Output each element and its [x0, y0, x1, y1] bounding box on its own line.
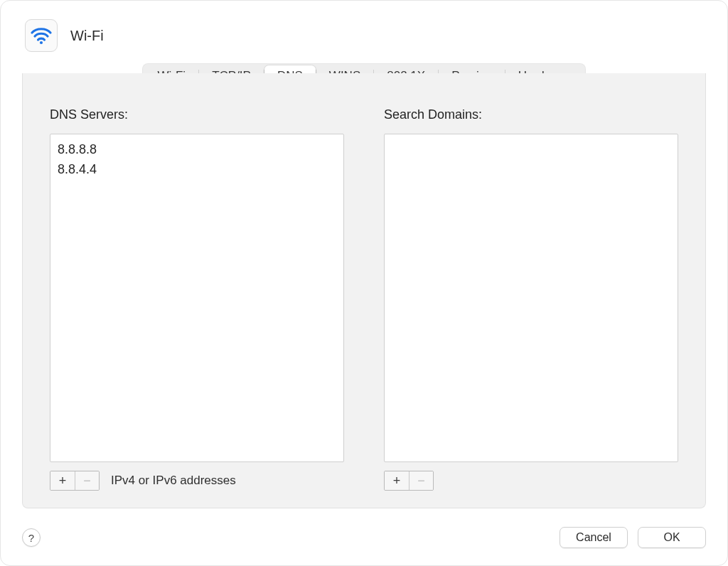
header: Wi-Fi [1, 1, 727, 59]
cancel-button[interactable]: Cancel [560, 527, 628, 548]
search-domains-plusminus: + − [384, 471, 434, 491]
dns-servers-plusminus: + − [50, 471, 100, 491]
dns-hint: IPv4 or IPv6 addresses [111, 474, 236, 488]
list-item[interactable]: 8.8.8.8 [58, 140, 336, 160]
list-item[interactable]: 8.8.4.4 [58, 160, 336, 180]
dns-servers-column: DNS Servers: 8.8.8.8 8.8.4.4 + − IPv4 or… [50, 107, 344, 491]
dns-servers-label: DNS Servers: [50, 107, 344, 122]
remove-search-domain-button[interactable]: − [409, 471, 433, 490]
dns-servers-list[interactable]: 8.8.8.8 8.8.4.4 [50, 134, 344, 462]
dns-panel: DNS Servers: 8.8.8.8 8.8.4.4 + − IPv4 or… [22, 73, 706, 508]
add-search-domain-button[interactable]: + [385, 471, 409, 490]
search-domains-list[interactable] [384, 134, 678, 462]
ok-button[interactable]: OK [638, 527, 706, 548]
search-domains-label: Search Domains: [384, 107, 678, 122]
help-button[interactable]: ? [22, 528, 41, 547]
add-dns-server-button[interactable]: + [50, 471, 75, 490]
footer: ? Cancel OK [1, 517, 727, 565]
svg-point-0 [40, 41, 43, 44]
remove-dns-server-button[interactable]: − [75, 471, 99, 490]
network-advanced-window: Wi-Fi Wi-Fi TCP/IP DNS WINS 802.1X Proxi… [0, 0, 728, 566]
search-domains-column: Search Domains: + − [384, 107, 678, 491]
wifi-icon [25, 19, 58, 52]
page-title: Wi-Fi [70, 28, 104, 44]
